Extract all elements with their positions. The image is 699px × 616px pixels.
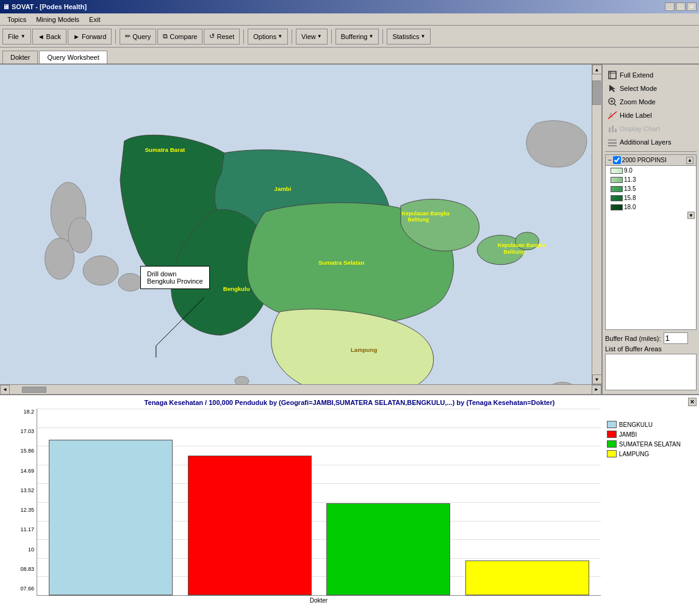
- hide-label-button[interactable]: A Hide Label: [605, 109, 697, 122]
- query-button[interactable]: ✏ Query: [120, 29, 156, 45]
- statistics-label: Statistics: [392, 33, 419, 40]
- drilldown-line1: Drill down: [147, 270, 176, 278]
- vscroll-thumb[interactable]: [592, 81, 601, 105]
- hide-label-icon: A: [608, 110, 617, 120]
- full-extend-button[interactable]: Full Extend: [605, 68, 697, 82]
- legend-swatch-1: [611, 177, 623, 183]
- legend-swatch-0: [611, 168, 623, 174]
- chart-legend: BENGKULUJAMBISUMATERA SELATANLAMPUNG: [601, 409, 687, 604]
- layer-scroll-down[interactable]: ▼: [687, 212, 695, 219]
- menu-exit[interactable]: Exit: [84, 15, 105, 24]
- vscroll-track[interactable]: [592, 74, 601, 374]
- chart-bar[interactable]: [465, 560, 589, 595]
- menu-topics[interactable]: Topics: [2, 15, 31, 24]
- legend-value-1: 11.3: [624, 176, 636, 183]
- hscroll-thumb[interactable]: [22, 387, 46, 393]
- legend-color-swatch: [607, 440, 617, 448]
- zoom-mode-button[interactable]: Zoom Mode: [605, 95, 697, 109]
- legend-item: LAMPUNG: [607, 450, 681, 457]
- view-label: View: [301, 33, 316, 40]
- legend-item-1: 11.3: [606, 175, 696, 184]
- tab-dokter[interactable]: Dokter: [2, 51, 38, 63]
- additional-layers-button[interactable]: Additional Layers: [605, 135, 697, 149]
- buffer-section: Buffer Rad (miles): List of Buffer Areas: [605, 332, 697, 392]
- map-area: Sumatra Barat Jambi Bengkulu Sumatra Sel…: [0, 65, 601, 394]
- file-label: File: [8, 33, 19, 40]
- display-chart-button[interactable]: Display Chart: [605, 122, 697, 135]
- legend-item: BENGKULU: [607, 421, 681, 428]
- svg-rect-42: [612, 126, 614, 132]
- file-button[interactable]: File ▼: [2, 29, 31, 45]
- svg-text:Sumatra Barat: Sumatra Barat: [145, 146, 185, 153]
- yaxis-label: 11.17: [12, 526, 34, 532]
- map-vscroll[interactable]: ▲ ▼: [592, 65, 601, 384]
- tab-query-worksheet[interactable]: Query Worksheet: [39, 51, 107, 63]
- legend-label: SUMATERA SELATAN: [619, 441, 681, 448]
- menu-mining-models[interactable]: Mining Models: [31, 15, 84, 24]
- chart-bar[interactable]: [49, 440, 173, 595]
- separator-1: [115, 29, 116, 44]
- svg-rect-46: [608, 145, 617, 146]
- reset-button[interactable]: ↺ Reset: [204, 29, 240, 45]
- display-chart-label: Display Chart: [620, 125, 660, 132]
- titlebar: 🖥 SOVAT - [Podes Health] _ □ ✕: [0, 0, 699, 13]
- legend-value-3: 15.8: [624, 195, 636, 201]
- close-window-button[interactable]: ✕: [687, 2, 697, 11]
- back-button[interactable]: ◄ Back: [32, 29, 66, 45]
- legend-label: JAMBI: [619, 431, 637, 438]
- buffer-rad-input[interactable]: [664, 332, 688, 344]
- options-label: Options: [253, 33, 276, 40]
- chart-close-bar: ✕: [688, 398, 697, 406]
- options-button[interactable]: Options ▼: [248, 29, 288, 45]
- chart-bars: [37, 409, 601, 596]
- buffer-areas-textarea[interactable]: [605, 354, 697, 390]
- yaxis-label: 18.2: [12, 409, 34, 415]
- chart-xlabel: Dokter: [37, 597, 601, 604]
- svg-marker-34: [609, 85, 615, 92]
- select-mode-button[interactable]: Select Mode: [605, 82, 697, 95]
- svg-rect-41: [609, 127, 611, 132]
- chart-bar[interactable]: [188, 456, 312, 595]
- titlebar-controls[interactable]: _ □ ✕: [665, 2, 697, 11]
- app-icon: 🖥: [2, 3, 9, 10]
- menubar: Topics Mining Models Exit: [0, 13, 699, 26]
- legend-value-4: 18.0: [624, 204, 636, 210]
- hide-label-label: Hide Label: [620, 112, 652, 119]
- layer-scroll: 9.0 11.3 13.5 15.8 18.0: [606, 166, 696, 212]
- display-chart-icon: [608, 124, 617, 134]
- buffering-button[interactable]: Buffering ▼: [335, 29, 379, 45]
- hscroll-left-button[interactable]: ◄: [0, 385, 10, 395]
- chart-bar[interactable]: [326, 503, 450, 595]
- layer-scroll-up[interactable]: ▲: [686, 157, 694, 164]
- layer-checkbox[interactable]: [613, 156, 621, 164]
- view-button[interactable]: View ▼: [296, 29, 328, 45]
- chart-close-button[interactable]: ✕: [688, 398, 697, 406]
- legend-item-2: 13.5: [606, 184, 696, 193]
- legend-swatch-2: [611, 186, 623, 192]
- select-mode-label: Select Mode: [620, 85, 657, 92]
- legend-label: LAMPUNG: [619, 451, 649, 457]
- vscroll-up-button[interactable]: ▲: [592, 65, 602, 74]
- legend-value-2: 13.5: [624, 185, 636, 192]
- toolbar: File ▼ ◄ Back ► Forward ✏ Query ⧉ Compar…: [0, 26, 699, 48]
- window-title: SOVAT - [Podes Health]: [12, 3, 87, 10]
- chart-title: Tenaga Kesehatan / 100,000 Penduduk by (…: [0, 395, 699, 409]
- forward-label: Forward: [82, 33, 106, 40]
- hscroll-right-button[interactable]: ►: [592, 385, 601, 395]
- map-hscroll[interactable]: ◄ ►: [0, 384, 601, 394]
- hscroll-track[interactable]: [10, 385, 592, 394]
- vscroll-down-button[interactable]: ▼: [592, 374, 602, 384]
- compare-button[interactable]: ⧉ Compare: [157, 29, 203, 45]
- legend-label: BENGKULU: [619, 421, 653, 428]
- yaxis-label: 14.69: [12, 468, 34, 474]
- layer-minus-icon[interactable]: −: [608, 157, 612, 163]
- buffering-label: Buffering: [341, 33, 368, 40]
- statistics-button[interactable]: Statistics ▼: [387, 29, 431, 45]
- forward-button[interactable]: ► Forward: [68, 29, 112, 45]
- compare-label: Compare: [170, 33, 197, 40]
- chart-yaxis: 07.6608.831011.1712.3513.5214.6915.8617.…: [12, 409, 37, 604]
- maximize-button[interactable]: □: [676, 2, 686, 11]
- reset-icon: ↺: [209, 32, 215, 40]
- minimize-button[interactable]: _: [665, 2, 675, 11]
- chart-bars-area: Dokter: [37, 409, 601, 604]
